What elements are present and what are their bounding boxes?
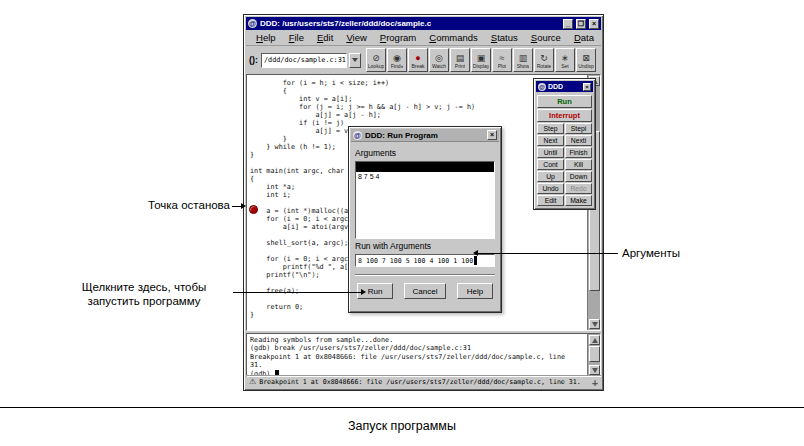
scrollbar-thumb[interactable] [589,346,600,362]
ddd-logo-icon: @ [538,83,546,91]
figure-caption: Запуск программы [0,419,804,433]
rotate-button[interactable]: ↻ Rotate [534,48,554,72]
dialog-titlebar[interactable]: @ DDD: Run Program × [351,129,499,142]
minimize-button[interactable]: _ [563,19,573,29]
print-button[interactable]: ▤ Print [450,48,470,72]
arguments-annotation: Аргументы [622,247,680,259]
watch-icon: ◎ [435,53,443,63]
set-icon: ∗ [561,53,569,63]
show-button[interactable]: ▥ Show [513,48,533,72]
chevron-down-icon [352,58,358,62]
display-button[interactable]: ▣ Display [471,48,491,72]
dialog-buttons: Run Cancel Help [355,283,495,299]
next-button[interactable]: Next [537,135,564,146]
warning-icon: ⚠ [249,377,256,387]
redo-button[interactable]: Redo [565,183,592,194]
edit-button[interactable]: Edit [537,195,564,206]
list-item[interactable]: 8 7 5 4 [356,172,494,182]
commands-menu[interactable]: Commands [429,32,478,43]
command-tool-window: @ DDD × Run Interrupt Step Stepi Next Ne… [533,78,596,210]
caption-rule [0,407,804,408]
plot-icon: ≈ [500,53,505,63]
console-output[interactable]: Reading symbols from sample...done. (gdb… [250,336,565,377]
ddd-logo-icon: @ [248,19,257,28]
undisp-button[interactable]: ⊠ Undisp [576,48,596,72]
separator [355,274,495,276]
text-cursor [474,256,477,265]
make-button[interactable]: Make [565,195,592,206]
break-button[interactable]: ● Break [408,48,428,72]
undo-button[interactable]: Undo [537,183,564,194]
argument-input[interactable]: /ddd/doc/sample.c:31 [261,53,347,68]
edit-menu[interactable]: Edit [317,32,333,43]
rotate-icon: ↻ [540,53,548,63]
arrow-right-icon [241,203,246,209]
stepi-button[interactable]: Stepi [565,123,592,134]
arguments-history-list[interactable]: 8 7 5 4 [355,161,495,239]
annotation-line: Щелкните здесь, чтобы [55,281,233,295]
watch-button[interactable]: ◎ Watch [429,48,449,72]
close-button[interactable]: × [487,130,497,140]
step-button[interactable]: Step [537,123,564,134]
console-scrollbar[interactable] [587,334,600,376]
lookup-button[interactable]: ⊘ Lookup [366,48,386,72]
scroll-down-icon[interactable] [589,365,600,375]
tool-bar: (): /ddd/doc/sample.c:31 ⊘ Lookup ◉ Find… [246,46,601,74]
display-icon: ▣ [477,53,486,63]
run-program-dialog: @ DDD: Run Program × Arguments 8 7 5 4 R… [348,126,502,313]
resize-sash-icon[interactable]: + [592,377,598,388]
cont-button[interactable]: Cont [537,159,564,170]
gdb-console[interactable]: Reading symbols from sample...done. (gdb… [246,333,601,377]
until-button[interactable]: Until [537,147,564,158]
file-menu[interactable]: File [289,32,304,43]
plot-button[interactable]: ≈ Plot [492,48,512,72]
command-tool-titlebar[interactable]: @ DDD × [536,81,593,92]
interrupt-button[interactable]: Interrupt [537,109,592,122]
argument-label: (): [249,55,258,65]
arrow-left-icon [473,250,478,256]
finish-button[interactable]: Finish [565,147,592,158]
status-menu[interactable]: Status [491,32,518,43]
command-buttons: Run Interrupt Step Stepi Next Nexti Unti… [535,93,594,208]
down-button[interactable]: Down [565,171,592,182]
leader-line [233,292,361,293]
set-button[interactable]: ∗ Set [555,48,575,72]
help-button[interactable]: Help [457,283,493,299]
scroll-up-icon[interactable] [589,335,600,345]
nexti-button[interactable]: Nexti [565,135,592,146]
close-button[interactable]: × [589,19,599,29]
annotation-line: запустить программу [55,295,233,309]
breakpoint-annotation: Точка останова [30,199,230,211]
source-menu[interactable]: Source [531,32,561,43]
menu-bar: Help File Edit View Program Commands Sta… [246,30,601,46]
kill-button[interactable]: Kill [565,159,592,170]
maximize-button[interactable]: ❐ [576,19,586,29]
view-menu[interactable]: View [346,32,366,43]
lookup-icon: ⊘ [372,53,380,63]
leader-line [478,253,618,254]
run-arguments-value: 8 100 7 100 5 100 4 100 1 100 [358,257,473,265]
figure-canvas: @ DDD: /usr/users/sts7/zeller/ddd/doc/sa… [0,0,804,446]
breakpoint-icon[interactable] [249,205,258,214]
scroll-down-icon[interactable] [589,319,600,329]
program-menu[interactable]: Program [380,32,416,43]
run-button[interactable]: Run [537,95,592,108]
arrow-right-icon [361,289,366,295]
help-menu[interactable]: Help [256,32,276,43]
run-click-annotation: Щелкните здесь, чтобы запустить программ… [55,281,233,308]
up-button[interactable]: Up [537,171,564,182]
arguments-label: Arguments [355,148,495,158]
dialog-title: DDD: Run Program [365,131,484,140]
print-icon: ▤ [456,53,465,63]
list-item[interactable] [356,162,494,172]
command-tool-title: DDD [548,83,581,90]
title-bar[interactable]: @ DDD: /usr/users/sts7/zeller/ddd/doc/sa… [246,17,601,30]
toolbar-buttons: ⊘ Lookup ◉ Find» ● Break ◎ [366,48,596,72]
find-button[interactable]: ◉ Find» [387,48,407,72]
ddd-logo-icon: @ [353,131,362,140]
data-menu[interactable]: Data [574,32,594,43]
argument-dropdown-button[interactable] [349,53,361,68]
cancel-button[interactable]: Cancel [404,283,447,299]
close-button[interactable]: × [583,83,591,91]
find-icon: ◉ [393,53,401,63]
